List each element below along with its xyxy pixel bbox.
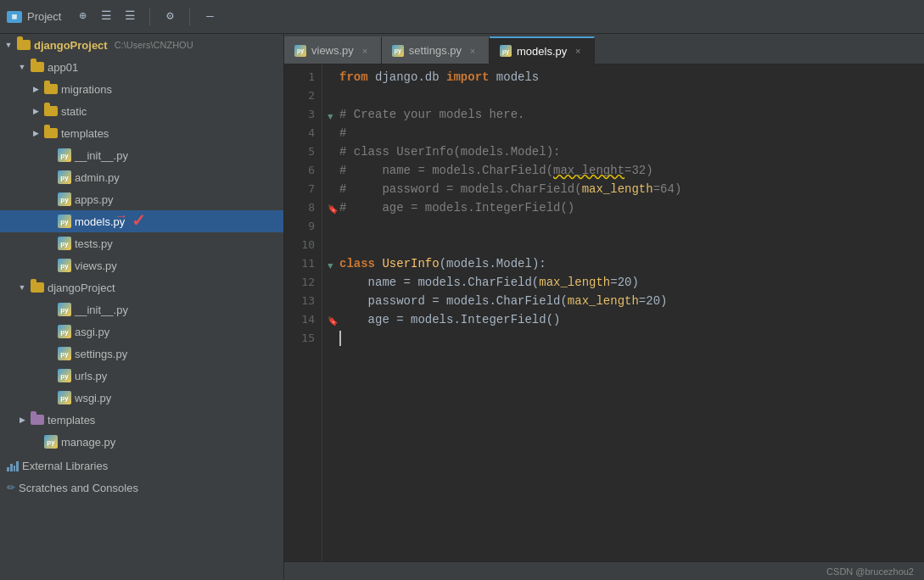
title-bar-left: ▦ Project ⊕ ☰ ☰ ⚙ —	[7, 8, 217, 25]
settings-tab-icon: py	[392, 45, 404, 57]
sidebar-item-models[interactable]: py models.py ✓ →	[0, 210, 283, 232]
settings-py-icon: py	[58, 347, 71, 360]
root-arrow	[3, 40, 14, 50]
sidebar-item-init1[interactable]: py __init__.py	[0, 144, 283, 166]
code-line-8: 🔖 # age = models.IntegerField()	[339, 198, 924, 217]
models-py-icon: py	[58, 215, 71, 228]
tab-models[interactable]: py models.py ×	[490, 36, 595, 64]
sidebar-item-apps[interactable]: py apps.py	[0, 188, 283, 210]
sidebar-item-djangoproject2[interactable]: djangoProject	[0, 276, 283, 298]
red-arrow: →	[115, 209, 128, 224]
admin-py-icon: py	[58, 170, 71, 184]
code-line-7: # password = models.CharField(max_length…	[339, 180, 924, 198]
static-folder-icon	[44, 106, 58, 117]
code-line-2	[339, 86, 924, 105]
views-py-icon: py	[58, 259, 71, 272]
templates2-folder-icon	[31, 415, 44, 426]
editor-content[interactable]: 1 2 3 4 5 6 7 8 9 10 11 12 13 14 15 f	[284, 64, 924, 561]
code-line-14: 🔖 age = models.IntegerField()	[339, 310, 924, 329]
templates1-folder-icon	[44, 128, 58, 139]
asgi-label: asgi.py	[75, 326, 109, 338]
sidebar-item-admin[interactable]: py admin.py	[0, 166, 283, 188]
templates2-label: templates	[48, 414, 95, 427]
models-tab-close[interactable]: ×	[572, 45, 584, 57]
scratches-label: Scratches and Consoles	[19, 482, 138, 494]
attribution: CSDN @brucezhou2	[826, 566, 914, 577]
tab-views[interactable]: py views.py ×	[284, 36, 382, 64]
bookmark-8: 🔖	[328, 201, 338, 220]
sidebar-item-templates1[interactable]: templates	[0, 122, 283, 144]
app01-label: app01	[48, 61, 78, 74]
sidebar-item-asgi[interactable]: py asgi.py	[0, 321, 283, 343]
code-line-12: name = models.CharField(max_length=20)	[339, 273, 924, 292]
sidebar-item-settings[interactable]: py settings.py	[0, 343, 283, 365]
red-checkmark: ✓	[132, 210, 146, 231]
settings-tab-close[interactable]: ×	[467, 45, 479, 57]
sidebar-item-manage[interactable]: py manage.py	[0, 431, 283, 453]
migrations-label: migrations	[61, 83, 112, 96]
list2-icon[interactable]: ☰	[122, 8, 137, 24]
target-icon[interactable]: ⊕	[75, 8, 90, 24]
list-icon[interactable]: ☰	[98, 8, 114, 24]
sidebar-item-init2[interactable]: py __init__.py	[0, 298, 283, 321]
migrations-arrow	[31, 84, 41, 94]
main-layout: djangoProject C:\Users\CNZHOU app01 migr…	[0, 34, 924, 580]
sidebar-item-static[interactable]: static	[0, 100, 283, 122]
cursor	[339, 331, 341, 346]
sidebar-item-app01[interactable]: app01	[0, 56, 283, 78]
sidebar-item-wsgi[interactable]: py wsgi.py	[0, 387, 283, 409]
fold-11: ▼	[328, 257, 333, 276]
external-label: External Libraries	[22, 460, 108, 472]
sidebar-item-external[interactable]: External Libraries	[0, 455, 283, 477]
code-line-1: from django.db import models	[339, 68, 924, 86]
djangoproject2-folder-icon	[31, 282, 44, 293]
minimize-icon[interactable]: —	[202, 8, 217, 24]
views-tab-icon: py	[294, 45, 306, 57]
sidebar-item-tests[interactable]: py tests.py	[0, 232, 283, 254]
code-area[interactable]: from django.db import models ▼ # Create …	[322, 64, 924, 561]
models-tab-label: models.py	[517, 45, 567, 58]
views-tab-close[interactable]: ×	[359, 45, 371, 57]
settings-label: settings.py	[75, 348, 127, 360]
djangoproject2-arrow	[17, 282, 27, 293]
separator2	[189, 8, 190, 25]
sidebar-item-migrations[interactable]: migrations	[0, 78, 283, 100]
code-line-10	[339, 236, 924, 254]
line-numbers: 1 2 3 4 5 6 7 8 9 10 11 12 13 14 15	[284, 64, 322, 561]
code-line-15	[339, 329, 924, 348]
code-line-4: #	[339, 124, 924, 142]
views-tab-label: views.py	[311, 44, 354, 57]
sidebar-item-urls[interactable]: py urls.py	[0, 365, 283, 387]
djangoproject2-label: djangoProject	[48, 282, 115, 294]
code-line-6: # name = models.CharField(max_lenght=32)	[339, 161, 924, 180]
manage-py-icon: py	[44, 435, 58, 449]
manage-label: manage.py	[61, 436, 115, 449]
templates2-arrow	[17, 415, 27, 425]
migrations-folder-icon	[44, 84, 58, 95]
init2-label: __init__.py	[75, 304, 128, 316]
scratches-icon: ✏	[7, 482, 15, 494]
project-title: Project	[27, 10, 61, 23]
code-line-5: # class UserInfo(models.Model):	[339, 142, 924, 161]
bottom-bar: CSDN @brucezhou2	[284, 561, 924, 580]
tab-settings[interactable]: py settings.py ×	[382, 36, 490, 64]
app01-folder-icon	[31, 62, 44, 73]
title-bar: ▦ Project ⊕ ☰ ☰ ⚙ —	[0, 0, 924, 34]
sidebar-root[interactable]: djangoProject C:\Users\CNZHOU	[0, 34, 283, 56]
settings-tab-label: settings.py	[409, 44, 462, 57]
sidebar-item-templates2[interactable]: templates	[0, 409, 283, 431]
apps-py-icon: py	[58, 192, 71, 206]
wsgi-label: wsgi.py	[75, 392, 111, 404]
sidebar-item-scratches[interactable]: ✏ Scratches and Consoles	[0, 477, 283, 499]
app01-arrow	[17, 62, 27, 72]
init1-label: __init__.py	[75, 149, 128, 162]
tests-py-icon: py	[58, 237, 71, 250]
urls-label: urls.py	[75, 370, 107, 382]
code-line-9	[339, 217, 924, 236]
sidebar-item-views[interactable]: py views.py	[0, 254, 283, 276]
title-bar-icons: ⊕ ☰ ☰ ⚙ —	[75, 8, 217, 25]
gear-icon[interactable]: ⚙	[162, 8, 177, 24]
code-line-13: password = models.CharField(max_length=2…	[339, 292, 924, 310]
code-line-11: ▼ class UserInfo(models.Model):	[339, 254, 924, 273]
sidebar[interactable]: djangoProject C:\Users\CNZHOU app01 migr…	[0, 34, 284, 580]
